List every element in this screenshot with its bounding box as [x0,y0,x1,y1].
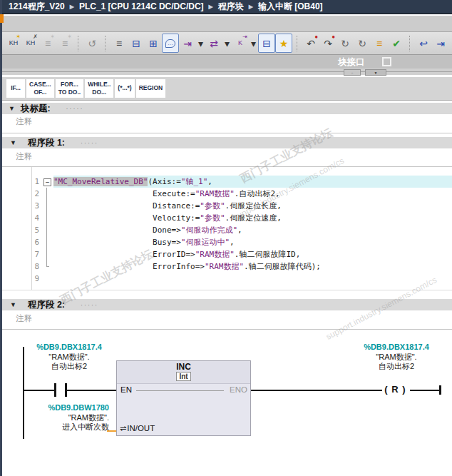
contact-operand[interactable]: %DB9.DBX1817.4 "RAM数据". 自动出标2 [24,343,114,372]
scl-code-editor[interactable]: 1−"MC_MoveRelative_DB"(Axis:="轴_1",2 Exe… [2,167,452,290]
show-hidden-column-icon[interactable]: ⊟ [258,34,275,53]
update-block-call-icon[interactable]: ↻ [337,34,354,53]
consistency-check-icon[interactable]: ✔ [388,34,405,53]
network-comments-icon[interactable]: … [162,34,179,53]
fold-toggle-icon[interactable]: − [43,178,51,186]
code-line[interactable]: 3 Distance:="参数".伺服定位长度, [2,200,452,212]
collapse-networks-icon[interactable]: ⊟ [128,34,145,53]
network1-header: ▼ 程序段 1: ····· [2,137,452,148]
network1-title-placeholder[interactable]: ····· [81,139,98,146]
code-line[interactable]: 5 Done=>"伺服动作完成", [2,224,452,236]
breadcrumb-item[interactable]: 1214程序_V20 [9,1,65,13]
interface-splitter[interactable]: ▲ ▼ [2,69,452,75]
previous-error-icon[interactable]: ↶● [302,34,319,53]
synchronize-blocks-icon[interactable]: ↻ [354,34,371,53]
pin-inout[interactable]: ⇌IN/OUT [120,424,155,433]
block-datatype-selector[interactable]: Int [176,372,190,381]
network1-comment-field[interactable]: 注释 [2,149,452,167]
code-line[interactable]: 2 Execute:="RAM数据".自动出标2, [2,188,452,200]
code-line[interactable]: 4 Velocity:="参数".伺服定位速度, [2,212,452,224]
line-number: 4 [2,212,43,224]
block-calls-icon[interactable]: ≡ [371,34,388,53]
block-title-placeholder[interactable]: ····· [66,105,84,112]
expand-networks-icon[interactable]: ⊞ [145,34,162,53]
favorites-icon: ★ [279,39,289,49]
no-contact-icon[interactable] [54,383,56,397]
jump-into-icon[interactable]: ⇥ [432,34,449,53]
operand-tag-name: 自动出标2 [349,362,443,372]
line-number: 5 [2,224,43,236]
interface-collapse-up-icon[interactable]: ▲ [344,69,361,76]
insert-db-dropdown-icon[interactable]: ▾ [196,34,205,53]
pin-en: EN [120,385,132,394]
network2-label: 程序段 2: [28,299,65,311]
snippet-comment[interactable]: (*...*) [115,79,134,98]
editor-status-chip [0,14,4,23]
snippet-if[interactable]: IF... [6,79,25,98]
network-list-icon[interactable]: ≡ [111,34,128,53]
renumber-networks-alt-icon[interactable]: ≡✶ [56,34,73,53]
snippet-bar: IF...CASE... OF...FOR... TO DO..WHILE.. … [2,77,452,101]
operand-address: %DB9.DBW1780 [22,403,109,413]
code-line[interactable]: 7 ErrorID=>"RAM数据".轴二伺服故障ID, [2,248,452,260]
network2-comment-field[interactable]: 注释 [2,311,452,330]
block-title: INC [117,361,250,372]
inout-operand[interactable]: %DB9.DBW1780 "RAM数据". 进入中断次数 [22,403,109,432]
breadcrumb-item[interactable]: 输入中断 [OB40] [258,1,323,13]
renumber-networks-icon[interactable]: ≡✶ [39,34,56,53]
snippet-region[interactable]: REGION [136,79,166,98]
call-structure-dropdown-icon[interactable]: ▾ [222,34,232,53]
collapse-triangle-icon[interactable]: ▼ [10,301,16,308]
interface-collapse-down-icon[interactable]: ▼ [365,69,386,76]
snippet-while-do[interactable]: WHILE.. DO... [85,79,113,98]
block-header: INC Int [117,361,250,384]
jump-out-icon[interactable]: ⇤ [449,34,452,53]
network-comments-icon: … [165,39,175,48]
go-back-jump-icon[interactable]: ↩ [415,34,432,53]
operand-connection-wire [107,430,116,432]
favorites-icon[interactable]: ★ [275,34,292,53]
inc-instruction-block[interactable]: INC Int EN ENO ⇌IN/OUT [116,360,251,436]
absolute-operands-icon[interactable]: K⇥ [232,34,249,53]
absolute-operands-dropdown-icon[interactable]: ▾ [249,34,258,53]
operand-tag-name: 自动出标2 [24,362,114,372]
code-text: Distance:="参数".伺服定位长度, [53,200,452,212]
block-comment-field[interactable]: 注释 [2,114,452,133]
code-line[interactable]: 1−"MC_MoveRelative_DB"(Axis:="轴_1", [2,176,452,188]
line-number: 7 [2,248,43,260]
line-number: 9 [2,273,43,285]
operand-address: %DB9.DBX1817.4 [24,343,114,353]
code-line[interactable]: 8 ErrorInfo=>"RAM数据".轴二伺服故障代码); [2,260,452,273]
coil-operand[interactable]: %DB9.DBX1817.4 "RAM数据". 自动出标2 [349,343,443,372]
collapse-triangle-icon[interactable]: ▼ [9,105,15,112]
icon-badge: ✶ [50,34,55,40]
delete-network-icon: KH [26,40,36,46]
next-error-icon[interactable]: ↷● [319,34,337,53]
call-structure-icon[interactable]: ⇄ [205,34,222,53]
reset-coil-icon[interactable]: ( R ) [381,384,410,395]
insert-db-operand-icon[interactable]: ⇥ [179,34,196,53]
code-line[interactable]: 6 Busy=>"伺服运动中", [2,236,452,248]
code-text: ErrorID=>"RAM数据".轴二伺服故障ID, [53,248,452,260]
network2-title-placeholder[interactable]: ····· [81,301,98,308]
breadcrumb-item[interactable]: 程序块 [218,1,244,13]
block-title-header: ▼ 块标题: ····· [2,103,452,114]
snippet-for-to-do[interactable]: FOR... TO DO.. [56,79,84,98]
inout-arrow-icon: ⇌ [120,424,126,432]
scl-block-editor-window: 1214程序_V20▶PLC_1 [CPU 1214C DC/DC/DC]▶程序… [0,0,452,476]
code-text: Busy=>"伺服运动中", [53,236,452,248]
insert-network-icon[interactable]: KH✶ [5,34,22,53]
keep-actual-values-icon[interactable]: ↺ [83,34,101,53]
block-interface-band: 块接口 [2,55,452,69]
wire [24,390,54,391]
code-text [53,273,452,285]
icon-badge: ● [314,34,318,40]
snippet-case-of[interactable]: CASE... OF... [26,79,54,98]
collapse-triangle-icon[interactable]: ▼ [10,139,16,146]
code-line[interactable]: 9 [2,273,452,285]
delete-network-icon[interactable]: KH✗ [22,34,39,53]
breadcrumb-item[interactable]: PLC_1 [CPU 1214C DC/DC/DC] [79,1,204,11]
network-end-tick [439,385,441,395]
interface-window-icon[interactable] [382,57,391,66]
collapse-networks-icon: ⊟ [132,39,140,49]
